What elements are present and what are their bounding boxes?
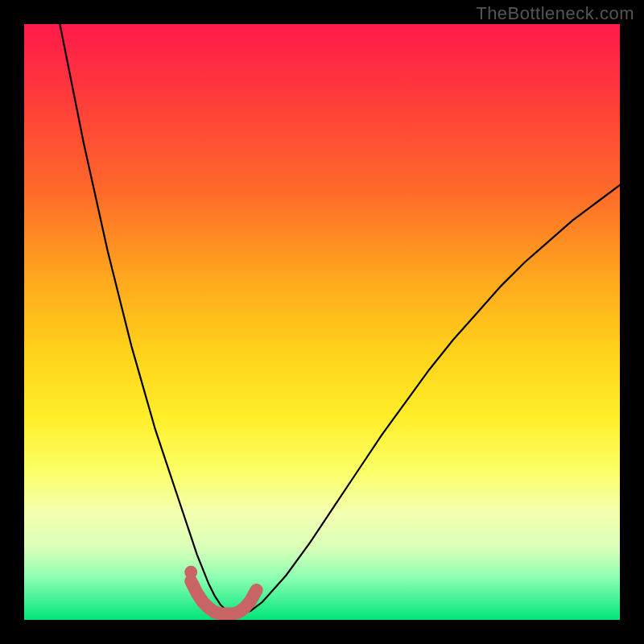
optimal-range-band <box>191 581 256 614</box>
chart-frame: TheBottleneck.com <box>0 0 644 644</box>
watermark-text: TheBottleneck.com <box>476 3 634 24</box>
chart-svg <box>24 24 620 620</box>
highlight-dot <box>184 566 197 579</box>
plot-area <box>24 24 620 620</box>
bottleneck-curve <box>60 24 620 614</box>
